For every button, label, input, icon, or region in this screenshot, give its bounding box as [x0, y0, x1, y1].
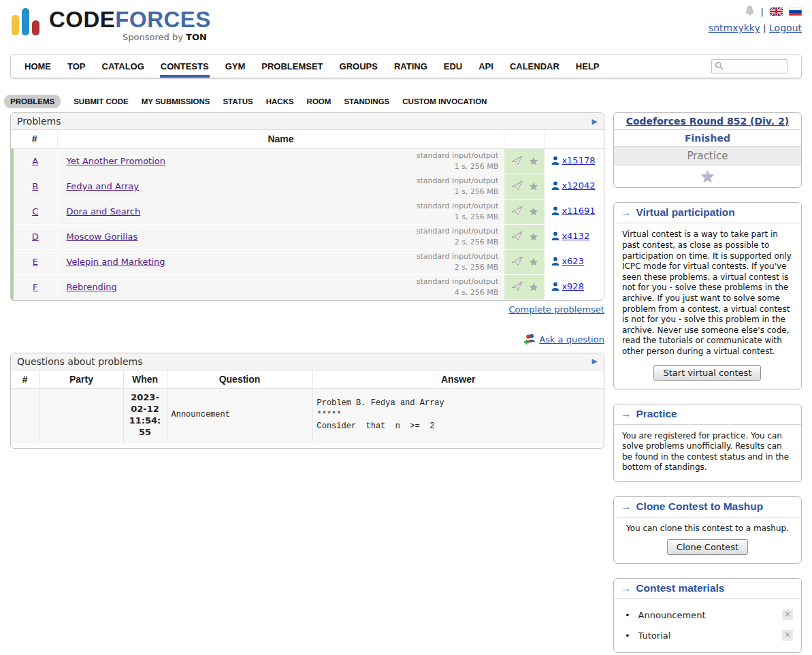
solved-count-link[interactable]: x12042 [562, 180, 595, 191]
solved-count-link[interactable]: x928 [562, 281, 584, 291]
solved-count-link[interactable]: x11691 [562, 206, 595, 216]
practice-title: →Practice [614, 404, 801, 425]
favorite-star-icon[interactable]: ★ [529, 180, 538, 193]
search-input[interactable] [726, 61, 785, 72]
problem-letter-link[interactable]: F [33, 282, 37, 292]
question-index [11, 389, 39, 443]
start-virtual-contest-button[interactable]: Start virtual contest [653, 365, 761, 381]
favorite-star-icon[interactable]: ★ [529, 206, 538, 218]
favorite-star-icon[interactable]: ★ [529, 281, 538, 293]
logo-tagline: Sponsored by TON [49, 33, 211, 42]
nav-item-catalog[interactable]: CATALOG [102, 61, 144, 71]
problem-name-link[interactable]: Velepin and Marketing [67, 257, 165, 267]
arrow-right-icon: → [621, 408, 632, 419]
submit-paper-plane-icon[interactable] [511, 281, 523, 293]
nav-item-gym[interactable]: GYM [225, 61, 246, 71]
close-icon[interactable]: × [782, 609, 793, 620]
nav-item-groups[interactable]: GROUPS [340, 61, 378, 71]
solved-count-link[interactable]: x4132 [562, 231, 589, 241]
problem-letter-link[interactable]: C [32, 206, 38, 217]
nav-item-calendar[interactable]: CALENDAR [510, 61, 559, 71]
arrow-right-icon: → [621, 500, 632, 512]
favorite-star-icon[interactable]: ★ [529, 231, 538, 243]
russian-flag-icon[interactable] [789, 7, 802, 16]
submit-paper-plane-icon[interactable] [511, 206, 523, 218]
nav-item-rating[interactable]: RATING [394, 61, 427, 71]
nav-item-contests[interactable]: CONTESTS [161, 61, 209, 71]
question-row: 2023-02-12 11:54:55 Announcement Problem… [11, 389, 604, 443]
material-item-tutorial[interactable]: • Tutorial × [623, 625, 794, 645]
clone-contest-button[interactable]: Clone Contest [667, 539, 748, 555]
codeforces-logo[interactable]: CODEFORCES Sponsored by TON [12, 8, 211, 42]
practice-text: You are registered for practice. You can… [622, 431, 793, 473]
q-col-party: Party [39, 370, 123, 389]
page: CODEFORCES Sponsored by TON | sntmxykky … [0, 0, 812, 655]
problem-name-link[interactable]: Fedya and Array [67, 181, 139, 191]
ask-question-link[interactable]: Ask a question [539, 334, 604, 345]
nav-item-problemset[interactable]: PROBLEMSET [261, 61, 323, 71]
solved-count-link[interactable]: x623 [562, 256, 584, 266]
favorite-star-icon[interactable]: ★ [529, 155, 538, 167]
problem-name-link[interactable]: Rebrending [67, 282, 117, 292]
virtual-participation-text: Virtual contest is a way to take part in… [622, 229, 793, 357]
english-flag-icon[interactable] [770, 7, 783, 16]
solved-user-icon [551, 182, 559, 192]
material-item-announcement[interactable]: • Announcement × [623, 605, 794, 625]
subnav-item-status[interactable]: STATUS [223, 97, 253, 106]
subnav-item-submit-code[interactable]: SUBMIT CODE [74, 97, 129, 106]
problem-name-link[interactable]: Dora and Search [67, 206, 141, 217]
problem-constraints: standard input/output1 s, 256 MB [417, 176, 499, 197]
subnav-item-standings[interactable]: STANDINGS [344, 97, 389, 106]
nav-item-api[interactable]: API [478, 61, 493, 71]
nav-item-edu[interactable]: EDU [444, 61, 462, 71]
sidebar: Codeforces Round 852 (Div. 2) Finished P… [613, 112, 802, 655]
questions-table: # Party When Question Answer 2023-02-12 … [11, 370, 604, 443]
separator: | [761, 7, 764, 17]
arrow-right-icon: → [621, 206, 632, 218]
bullet-icon: • [625, 630, 630, 641]
col-header-index: # [12, 130, 57, 148]
problem-letter-link[interactable]: D [32, 231, 39, 242]
logo-bars-icon [12, 8, 44, 38]
search-box [711, 59, 787, 74]
user-handle-link[interactable]: sntmxykky [709, 22, 760, 33]
subnav-item-problems[interactable]: PROBLEMS [4, 95, 61, 108]
contest-favorite-star-icon[interactable]: ★ [700, 167, 715, 185]
problem-letter-link[interactable]: E [33, 257, 38, 267]
complete-problemset-link[interactable]: Complete problemset [508, 304, 604, 315]
problem-row: A Yet Another Promotion standard input/o… [12, 148, 604, 174]
problem-letter-link[interactable]: B [32, 181, 38, 191]
nav-item-home[interactable]: HOME [25, 61, 51, 71]
subnav-item-custom-invocation[interactable]: CUSTOM INVOCATION [402, 97, 487, 106]
submit-paper-plane-icon[interactable] [511, 155, 523, 167]
problem-name-link[interactable]: Yet Another Promotion [67, 156, 165, 166]
favorite-star-icon[interactable]: ★ [529, 256, 538, 268]
solved-count-link[interactable]: x15178 [562, 155, 595, 165]
logout-link[interactable]: Logout [769, 22, 802, 33]
solved-user-icon [551, 207, 559, 217]
close-icon[interactable]: × [782, 630, 793, 641]
nav-item-top[interactable]: TOP [67, 61, 86, 71]
submit-paper-plane-icon[interactable] [511, 256, 523, 268]
contest-title-link[interactable]: Codeforces Round 852 (Div. 2) [626, 116, 789, 127]
subnav-item-hacks[interactable]: HACKS [266, 97, 294, 106]
problem-constraints: standard input/output4 s, 256 MB [417, 276, 499, 298]
q-col-answer: Answer [312, 370, 604, 389]
nav-item-help[interactable]: HELP [576, 61, 600, 71]
subnav-item-room[interactable]: ROOM [307, 97, 331, 106]
bell-icon[interactable] [745, 5, 755, 18]
question-text: Announcement [167, 389, 312, 443]
problem-letter-link[interactable]: A [32, 156, 38, 166]
collapse-arrow-icon[interactable]: ▶ [591, 357, 597, 366]
separator: | [763, 23, 766, 33]
solved-user-icon [551, 283, 559, 293]
subnav-item-my-submissions[interactable]: MY SUBMISSIONS [142, 97, 210, 106]
problem-name-link[interactable]: Moscow Gorillas [67, 231, 138, 242]
problem-row: B Fedya and Array standard input/output1… [12, 174, 604, 199]
contest-mode: Practice [614, 147, 801, 165]
logo-wordmark: CODEFORCES [49, 8, 211, 31]
q-col-question: Question [167, 370, 312, 389]
submit-paper-plane-icon[interactable] [511, 180, 523, 193]
submit-paper-plane-icon[interactable] [511, 231, 523, 243]
collapse-arrow-icon[interactable]: ▶ [591, 117, 597, 126]
